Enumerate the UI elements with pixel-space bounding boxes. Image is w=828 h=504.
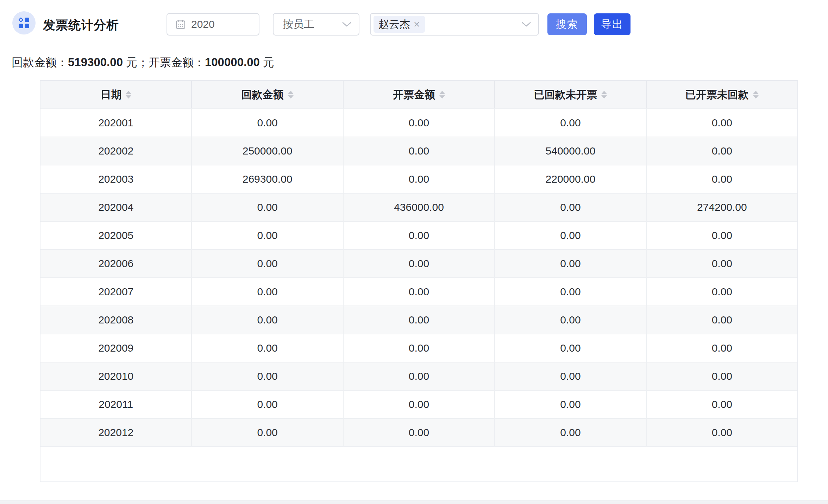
column-header-label: 已回款未开票 (534, 88, 597, 102)
footer-bar (0, 500, 828, 504)
table-cell: 0.00 (344, 363, 495, 390)
column-header-4[interactable]: 已开票未回款 (647, 81, 797, 108)
column-header-1[interactable]: 回款金额 (192, 81, 343, 108)
table-cell: 202006 (40, 250, 192, 277)
table-cell: 0.00 (344, 306, 495, 334)
table-cell: 202001 (40, 109, 192, 137)
table-cell: 0.00 (647, 222, 797, 249)
table-cell: 0.00 (495, 419, 646, 446)
tag-close-icon[interactable]: × (414, 19, 420, 30)
table-cell: 0.00 (495, 194, 646, 221)
table-cell: 202009 (40, 334, 192, 362)
table-row: 2020070.000.000.000.00 (40, 277, 797, 305)
table-cell: 250000.00 (192, 137, 343, 165)
table-row: 2020040.00436000.000.00274200.00 (40, 193, 797, 221)
table-cell: 0.00 (344, 250, 495, 277)
table-cell: 202008 (40, 306, 192, 334)
table-cell: 0.00 (344, 419, 495, 446)
grid-diamond-icon (18, 17, 30, 29)
table-cell: 220000.00 (495, 165, 646, 193)
summary-line: 回款金额：519300.00 元；开票金额：100000.00 元 (12, 55, 274, 70)
sort-caret-icon[interactable] (753, 91, 759, 99)
table-cell: 0.00 (344, 334, 495, 362)
table-cell: 202005 (40, 222, 192, 249)
table-cell: 202010 (40, 363, 192, 390)
employee-select[interactable]: 赵云杰 × (370, 13, 539, 36)
table-cell: 202012 (40, 419, 192, 446)
table-cell: 0.00 (647, 165, 797, 193)
table-row: 202002250000.000.00540000.000.00 (40, 137, 797, 165)
table-cell: 0.00 (647, 137, 797, 165)
table-cell: 202004 (40, 194, 192, 221)
table-cell: 0.00 (344, 109, 495, 137)
table-cell: 0.00 (344, 137, 495, 165)
export-button[interactable]: 导出 (594, 13, 631, 35)
receipt-amount-label: 回款金额： (12, 56, 68, 69)
table-cell: 0.00 (344, 278, 495, 305)
table-cell: 0.00 (647, 306, 797, 334)
table-row: 2020060.000.000.000.00 (40, 249, 797, 277)
table-cell: 0.00 (495, 391, 646, 418)
table-cell: 0.00 (344, 391, 495, 418)
sort-caret-icon[interactable] (601, 91, 607, 99)
sort-caret-icon[interactable] (126, 91, 131, 99)
table-cell: 0.00 (495, 334, 646, 362)
table-cell: 0.00 (192, 419, 343, 446)
table-cell: 0.00 (192, 250, 343, 277)
table-row: 2020120.000.000.000.00 (40, 418, 797, 446)
table-cell: 0.00 (647, 278, 797, 305)
table-cell: 0.00 (647, 334, 797, 362)
column-header-label: 回款金额 (242, 88, 284, 102)
table-cell: 0.00 (495, 250, 646, 277)
sort-caret-icon[interactable] (288, 91, 294, 99)
column-header-2[interactable]: 开票金额 (344, 81, 495, 108)
table-cell: 0.00 (495, 109, 646, 137)
dimension-select[interactable]: 按员工 (273, 13, 359, 36)
page-title: 发票统计分析 (43, 17, 119, 33)
app-logo (12, 11, 36, 34)
table-cell: 0.00 (647, 250, 797, 277)
table-header-row: 日期回款金额开票金额已回款未开票已开票未回款 (40, 81, 797, 108)
column-header-0[interactable]: 日期 (40, 81, 192, 108)
table-cell: 274200.00 (647, 194, 797, 221)
search-button[interactable]: 搜索 (547, 13, 587, 35)
invoice-stats-table: 日期回款金额开票金额已回款未开票已开票未回款 2020010.000.000.0… (40, 80, 798, 482)
table-empty-area (40, 446, 797, 481)
table-body: 2020010.000.000.000.00202002250000.000.0… (40, 108, 797, 446)
table-cell: 0.00 (344, 165, 495, 193)
table-cell: 0.00 (192, 391, 343, 418)
invoice-stats-page: 发票统计分析 2020 按员工 (0, 0, 828, 504)
table-row: 2020080.000.000.000.00 (40, 305, 797, 334)
invoice-amount-unit: 元 (263, 56, 274, 69)
table-cell: 0.00 (495, 306, 646, 334)
receipt-amount-value: 519300.00 (68, 56, 123, 69)
table-row: 2020090.000.000.000.00 (40, 334, 797, 362)
table-cell: 0.00 (647, 419, 797, 446)
column-header-3[interactable]: 已回款未开票 (495, 81, 646, 108)
column-header-label: 开票金额 (393, 88, 435, 102)
dimension-value: 按员工 (283, 17, 314, 32)
sort-caret-icon[interactable] (439, 91, 445, 99)
table-cell: 0.00 (192, 194, 343, 221)
invoice-amount-label: 开票金额： (149, 56, 205, 69)
year-input[interactable]: 2020 (167, 13, 259, 36)
table-cell: 0.00 (495, 363, 646, 390)
table-row: 2020050.000.000.000.00 (40, 221, 797, 249)
table-cell: 0.00 (344, 222, 495, 249)
table-cell: 540000.00 (495, 137, 646, 165)
table-cell: 0.00 (192, 278, 343, 305)
calendar-icon (175, 19, 186, 30)
table-cell: 202011 (40, 391, 192, 418)
table-cell: 0.00 (192, 109, 343, 137)
table-cell: 202002 (40, 137, 192, 165)
table-row: 2020100.000.000.000.00 (40, 362, 797, 390)
year-value: 2020 (191, 18, 215, 30)
receipt-amount-unit: 元； (126, 56, 149, 69)
table-cell: 0.00 (647, 391, 797, 418)
employee-tag-label: 赵云杰 (378, 17, 410, 32)
chevron-down-icon (342, 21, 352, 27)
table-cell: 0.00 (647, 109, 797, 137)
column-header-label: 日期 (100, 88, 121, 102)
table-cell: 0.00 (495, 278, 646, 305)
topbar: 发票统计分析 2020 按员工 (0, 0, 828, 39)
